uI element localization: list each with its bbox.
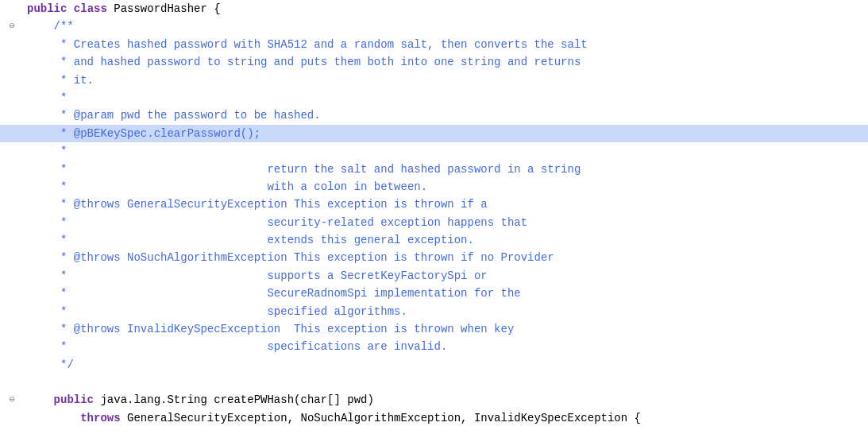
code-token: @throws <box>74 323 121 335</box>
code-token: class <box>74 2 107 15</box>
code-content: * @param pwd the password to be hashed. <box>24 107 868 124</box>
code-token: * and hashed password to string and puts… <box>27 56 581 68</box>
code-token: public <box>27 2 67 15</box>
code-token: * with a colon in between. <box>27 180 427 193</box>
code-line: ⊖ public java.lang.String createPWHash(c… <box>0 391 868 409</box>
code-content: * return the salt and hashed password in… <box>24 161 868 178</box>
code-content: * and hashed password to string and puts… <box>24 53 868 71</box>
code-token: @throws <box>74 251 121 264</box>
code-line: * @pBEKeySpec.clearPassword(); <box>0 125 868 142</box>
code-token: * it. <box>27 74 94 87</box>
code-token: */ <box>27 358 74 371</box>
code-line: * SecureRadnomSpi implementation for the <box>0 285 868 302</box>
code-line <box>0 374 868 391</box>
code-content: throws GeneralSecurityException, NoSuchA… <box>24 409 868 427</box>
gutter-icon <box>0 107 24 124</box>
code-token: java.lang.String createPWHash(char[] pwd… <box>94 393 374 406</box>
code-line: * specified algorithms. <box>0 303 868 320</box>
selected-text: @pBEKeySpec.clearPassword(); <box>74 127 260 140</box>
code-content: * it. <box>24 72 868 89</box>
gutter-icon <box>0 249 24 266</box>
code-token: * return the salt and hashed password in… <box>27 163 581 176</box>
gutter-icon <box>0 338 24 355</box>
code-content: * specified algorithms. <box>24 303 868 320</box>
gutter-icon <box>0 320 24 338</box>
gutter-icon <box>0 374 24 391</box>
code-token: * Creates hashed password with SHA512 an… <box>27 38 588 51</box>
code-line: * and hashed password to string and puts… <box>0 53 868 71</box>
code-line: public class PasswordHasher { <box>0 0 868 17</box>
code-content: public java.lang.String createPWHash(cha… <box>24 391 868 409</box>
gutter-icon <box>0 303 24 320</box>
code-line: * extends this general exception. <box>0 231 868 249</box>
code-token <box>67 2 73 15</box>
code-line: * @param pwd the password to be hashed. <box>0 107 868 124</box>
code-line: * return the salt and hashed password in… <box>0 161 868 178</box>
code-token: * <box>27 251 74 264</box>
code-content: * <box>24 89 868 107</box>
code-line: throws GeneralSecurityException, NoSuchA… <box>0 409 868 427</box>
code-token: @throws <box>74 198 121 211</box>
gutter-icon: ⊖ <box>0 391 24 409</box>
code-token: * specifications are invalid. <box>27 340 447 353</box>
gutter-icon <box>0 72 24 89</box>
code-token: public <box>54 393 94 406</box>
code-line: * with a colon in between. <box>0 178 868 196</box>
code-token: GeneralSecurityException This exception … <box>121 198 488 211</box>
code-line: * security-related exception happens tha… <box>0 214 868 231</box>
code-token: /** <box>54 20 74 33</box>
code-token: * <box>27 323 74 335</box>
gutter-icon <box>0 178 24 196</box>
code-token <box>27 20 54 33</box>
code-token: * <box>27 109 74 122</box>
code-token: PasswordHasher { <box>107 2 221 15</box>
code-token: * <box>27 91 67 104</box>
code-line: * @throws NoSuchAlgorithmException This … <box>0 249 868 266</box>
code-content: * @throws GeneralSecurityException This … <box>24 196 868 213</box>
gutter-icon <box>0 231 24 249</box>
code-token: * <box>27 145 67 157</box>
code-editor: public class PasswordHasher {⊖ /** * Cre… <box>0 0 868 434</box>
code-token: pwd the password to be hashed. <box>114 109 320 122</box>
code-token <box>27 393 54 406</box>
gutter-icon <box>0 214 24 231</box>
gutter-icon <box>0 161 24 178</box>
code-token: * supports a SecretKeyFactorySpi or <box>27 269 488 282</box>
code-token <box>27 412 80 424</box>
code-line: * Creates hashed password with SHA512 an… <box>0 36 868 53</box>
code-line: * @throws GeneralSecurityException This … <box>0 196 868 213</box>
gutter-icon: ⊖ <box>0 17 24 35</box>
code-content: * @pBEKeySpec.clearPassword(); <box>24 125 868 142</box>
gutter-icon <box>0 142 24 160</box>
code-content: * Creates hashed password with SHA512 an… <box>24 36 868 53</box>
code-line: ⊖ /** <box>0 17 868 35</box>
code-content: /** <box>24 17 868 35</box>
code-token: * extends this general exception. <box>27 234 474 246</box>
code-content: * supports a SecretKeyFactorySpi or <box>24 267 868 285</box>
code-token: * SecureRadnomSpi implementation for the <box>27 287 521 300</box>
code-content: * security-related exception happens tha… <box>24 214 868 231</box>
code-content: */ <box>24 356 868 374</box>
code-token: * security-related exception happens tha… <box>27 216 527 229</box>
gutter-icon <box>0 285 24 302</box>
gutter-icon <box>0 125 24 142</box>
gutter-icon <box>0 196 24 213</box>
code-line: * <box>0 89 868 107</box>
code-line: * specifications are invalid. <box>0 338 868 355</box>
code-token: throws <box>80 412 120 424</box>
code-token: * <box>27 127 74 140</box>
code-token: GeneralSecurityException, NoSuchAlgorith… <box>121 412 641 424</box>
code-line: * <box>0 142 868 160</box>
code-line: * @throws InvalidKeySpecException This e… <box>0 320 868 338</box>
code-token: @param <box>74 109 114 122</box>
code-token: InvalidKeySpecException This exception i… <box>121 323 515 335</box>
gutter-icon <box>0 89 24 107</box>
gutter-icon <box>0 409 24 427</box>
code-token: * specified algorithms. <box>27 305 407 318</box>
gutter-icon <box>0 356 24 374</box>
gutter-icon <box>0 53 24 71</box>
code-content: * specifications are invalid. <box>24 338 868 355</box>
code-token: NoSuchAlgorithmException This exception … <box>121 251 554 264</box>
gutter-icon <box>0 36 24 53</box>
code-content: * @throws InvalidKeySpecException This e… <box>24 320 868 338</box>
